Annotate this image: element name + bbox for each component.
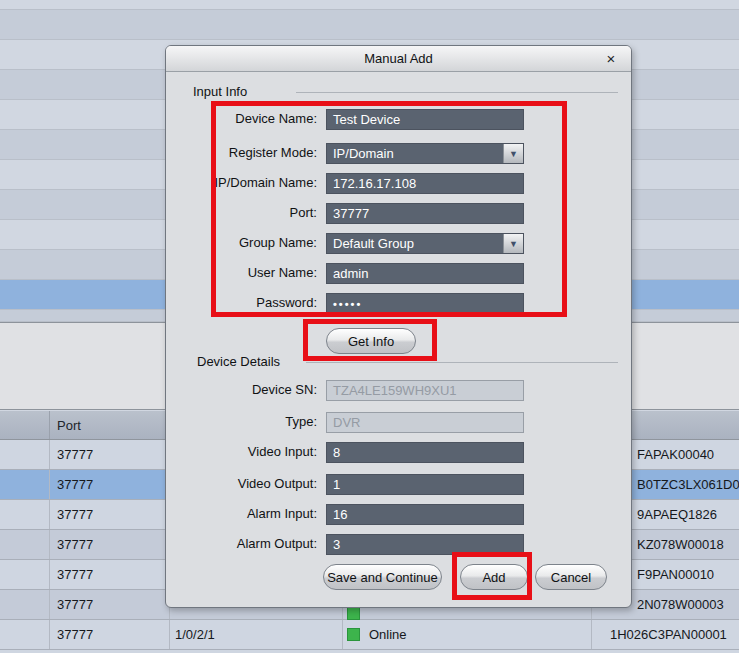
dropdown-button[interactable]: ▼ xyxy=(503,234,523,253)
type-label: Type: xyxy=(285,414,317,429)
form-row-video-output: Video Output: 1 xyxy=(166,474,631,495)
chevron-down-icon: ▼ xyxy=(509,149,518,159)
online-status-icon xyxy=(347,628,360,641)
dialog-titlebar[interactable]: Manual Add × xyxy=(166,46,631,72)
section-divider xyxy=(296,92,618,93)
user-name-label: User Name: xyxy=(248,265,317,280)
port-input[interactable]: 37777 xyxy=(326,203,524,224)
cell-select xyxy=(0,560,50,589)
port-label: Port: xyxy=(290,205,317,220)
status-label: Online xyxy=(369,627,407,642)
save-and-continue-button[interactable]: Save and Continue xyxy=(323,564,442,590)
cell-port: 37777 xyxy=(50,560,170,589)
form-row-password: Password: ••••• xyxy=(166,293,631,314)
video-output-field[interactable]: 1 xyxy=(326,474,524,495)
form-row-ip-domain: IP/Domain Name: 172.16.17.108 xyxy=(166,173,631,194)
form-row-user-name: User Name: admin xyxy=(166,263,631,284)
alarm-input-label: Alarm Input: xyxy=(247,506,317,521)
cell-port: 37777 xyxy=(50,500,170,529)
register-mode-select[interactable]: IP/Domain ▼ xyxy=(326,143,524,164)
form-row-group-name: Group Name: Default Group ▼ xyxy=(166,233,631,254)
device-sn-field: TZA4LE159WH9XU1 xyxy=(326,380,524,401)
cell-select xyxy=(0,530,50,559)
close-icon[interactable]: × xyxy=(602,50,620,68)
register-mode-label: Register Mode: xyxy=(229,145,317,160)
table-row[interactable]: 37777 1/0/2/1 Online 1H026C3PAN00001 xyxy=(0,620,739,650)
form-row-device-name: Device Name: Test Device xyxy=(166,109,631,130)
cell-select xyxy=(0,620,50,649)
device-sn-label: Device SN: xyxy=(252,382,317,397)
cell-select xyxy=(0,590,50,619)
get-info-button[interactable]: Get Info xyxy=(326,328,416,354)
cell-status: Online xyxy=(343,620,592,649)
cell-select xyxy=(0,470,50,499)
group-name-value: Default Group xyxy=(333,236,414,251)
user-name-input[interactable]: admin xyxy=(326,263,524,284)
chevron-down-icon: ▼ xyxy=(509,239,518,249)
alarm-input-field[interactable]: 16 xyxy=(326,504,524,525)
list-row xyxy=(0,0,739,10)
cell-channel: 1/0/2/1 xyxy=(170,620,343,649)
cell-port: 37777 xyxy=(50,530,170,559)
device-name-input[interactable]: Test Device xyxy=(326,109,524,130)
header-select-column xyxy=(0,411,50,439)
dropdown-button[interactable]: ▼ xyxy=(503,144,523,163)
video-output-label: Video Output: xyxy=(238,476,317,491)
online-status-icon xyxy=(347,607,360,620)
alarm-output-field[interactable]: 3 xyxy=(326,534,524,555)
input-info-section-label: Input Info xyxy=(193,84,247,99)
cancel-button[interactable]: Cancel xyxy=(535,564,607,590)
cell-port: 37777 xyxy=(50,590,170,619)
ip-domain-input[interactable]: 172.16.17.108 xyxy=(326,173,524,194)
password-label: Password: xyxy=(256,295,317,310)
device-details-section-label: Device Details xyxy=(197,354,280,369)
cell-sn: 1H026C3PAN00001 xyxy=(592,620,739,649)
device-name-label: Device Name: xyxy=(235,111,317,126)
header-port[interactable]: Port xyxy=(50,418,81,433)
cell-select xyxy=(0,500,50,529)
video-input-field[interactable]: 8 xyxy=(326,442,524,463)
form-row-alarm-output: Alarm Output: 3 xyxy=(166,534,631,555)
type-field: DVR xyxy=(326,412,524,433)
group-name-select[interactable]: Default Group ▼ xyxy=(326,233,524,254)
dialog-title: Manual Add xyxy=(364,51,433,66)
cell-port: 37777 xyxy=(50,470,170,499)
register-mode-value: IP/Domain xyxy=(333,146,394,161)
form-row-port: Port: 37777 xyxy=(166,203,631,224)
add-button[interactable]: Add xyxy=(460,564,528,590)
group-name-label: Group Name: xyxy=(239,235,317,250)
password-input[interactable]: ••••• xyxy=(326,293,524,314)
form-row-register-mode: Register Mode: IP/Domain ▼ xyxy=(166,143,631,164)
cell-select xyxy=(0,440,50,469)
ip-domain-label: IP/Domain Name: xyxy=(214,175,317,190)
cell-port: 37777 xyxy=(50,620,170,649)
alarm-output-label: Alarm Output: xyxy=(237,536,317,551)
form-row-type: Type: DVR xyxy=(166,412,631,433)
cell-port: 37777 xyxy=(50,440,170,469)
list-row[interactable] xyxy=(0,10,739,40)
form-row-video-input: Video Input: 8 xyxy=(166,442,631,463)
form-row-device-sn: Device SN: TZA4LE159WH9XU1 xyxy=(166,380,631,401)
form-row-alarm-input: Alarm Input: 16 xyxy=(166,504,631,525)
section-divider xyxy=(306,362,618,363)
manual-add-dialog: Manual Add × Input Info Device Name: Tes… xyxy=(165,45,632,608)
video-input-label: Video Input: xyxy=(248,444,317,459)
